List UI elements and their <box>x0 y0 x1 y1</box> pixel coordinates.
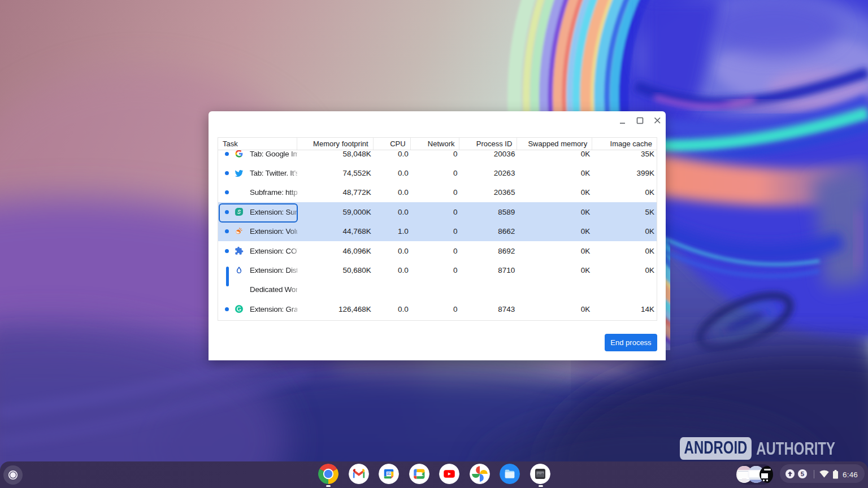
svg-text:5: 5 <box>801 470 805 477</box>
svg-text:31: 31 <box>387 472 391 476</box>
